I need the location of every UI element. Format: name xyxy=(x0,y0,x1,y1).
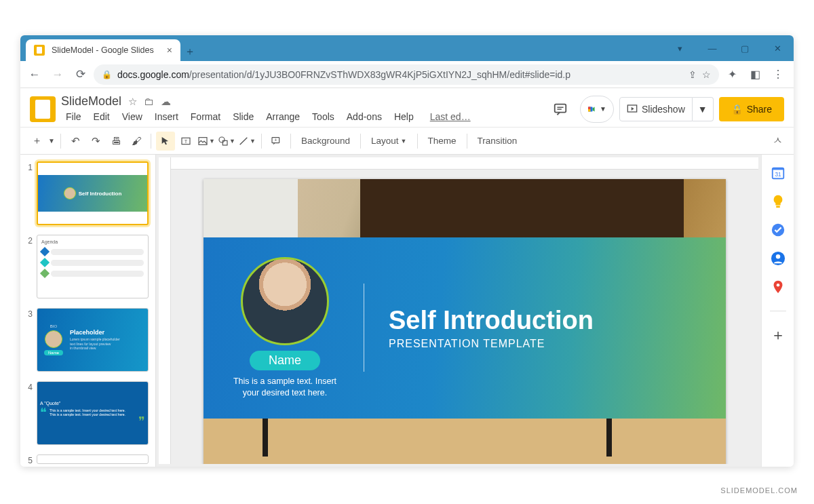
workspace: 1 Self Introduction 2 Agenda 3 BIONamePl… xyxy=(20,155,794,467)
reload-button[interactable]: ⟳ xyxy=(71,64,91,85)
slides-logo-icon[interactable] xyxy=(30,96,56,122)
slide-title[interactable]: Self Introduction xyxy=(389,306,594,335)
close-window-icon[interactable]: ✕ xyxy=(761,35,794,61)
slideshow-button[interactable]: Slideshow xyxy=(619,97,693,121)
background-button[interactable]: Background xyxy=(296,136,355,146)
cursor-icon xyxy=(160,136,171,147)
theme-button[interactable]: Theme xyxy=(423,136,462,146)
shape-tool[interactable]: ▼ xyxy=(217,132,236,151)
last-edit-link[interactable]: Last ed… xyxy=(425,110,476,123)
select-tool[interactable] xyxy=(156,132,175,151)
transition-button[interactable]: Transition xyxy=(472,136,523,146)
maximize-window-icon[interactable]: ▢ xyxy=(729,35,761,61)
doc-title[interactable]: SlideModel xyxy=(61,94,121,109)
print-button[interactable]: 🖶 xyxy=(106,132,125,151)
undo-button[interactable]: ↶ xyxy=(66,132,85,151)
new-tab-button[interactable]: ＋ xyxy=(180,42,199,61)
thumbnail-5[interactable]: 5 xyxy=(24,454,149,465)
ruler-horizontal xyxy=(171,157,758,170)
image-tool[interactable]: ▼ xyxy=(197,132,216,151)
calendar-icon[interactable]: 31 xyxy=(771,166,786,180)
watermark: SLIDEMODEL.COM xyxy=(720,486,798,495)
new-slide-dropdown[interactable]: ▼ xyxy=(47,132,56,151)
close-tab-icon[interactable]: × xyxy=(167,45,172,56)
slideshow-dropdown[interactable]: ▼ xyxy=(693,97,714,121)
tab-title: SlideModel - Google Slides xyxy=(52,45,154,55)
menu-edit[interactable]: Edit xyxy=(89,110,115,123)
menu-slide[interactable]: Slide xyxy=(228,110,258,123)
menu-bar: File Edit View Insert Format Slide Arran… xyxy=(61,110,476,123)
avatar-image[interactable] xyxy=(241,257,329,345)
layout-button[interactable]: Layout▼ xyxy=(366,136,412,146)
minimize-window-icon[interactable]: — xyxy=(696,35,729,61)
menu-insert[interactable]: Insert xyxy=(150,110,183,123)
slide-subtitle[interactable]: PRESENTATION TEMPLATE xyxy=(389,338,594,350)
svg-rect-4 xyxy=(588,106,591,109)
contacts-icon[interactable] xyxy=(771,251,786,266)
add-addon-icon[interactable]: ＋ xyxy=(771,328,786,343)
svg-point-10 xyxy=(219,137,225,142)
shape-icon xyxy=(218,136,229,147)
meet-button[interactable]: ▼ xyxy=(580,96,614,123)
side-panel: 31 ＋ xyxy=(761,155,794,467)
hide-menus-button[interactable]: ㅅ xyxy=(768,132,787,151)
keep-icon[interactable] xyxy=(771,194,786,209)
menu-addons[interactable]: Add-ons xyxy=(342,110,387,123)
thumbnail-1[interactable]: 1 Self Introduction xyxy=(24,161,149,225)
comments-button[interactable] xyxy=(546,97,575,121)
divider-line xyxy=(364,284,364,372)
move-icon[interactable]: 🗀 xyxy=(144,96,154,107)
textbox-icon: T xyxy=(180,136,191,147)
name-pill[interactable]: Name xyxy=(250,351,320,370)
extensions-icon[interactable]: ✦ xyxy=(722,64,742,85)
star-icon[interactable]: ☆ xyxy=(128,96,137,108)
svg-point-22 xyxy=(776,284,779,287)
canvas-wrap: Name This is a sample text. Insert your … xyxy=(156,155,761,467)
maps-icon[interactable] xyxy=(771,279,786,294)
svg-rect-5 xyxy=(588,109,591,112)
thumbnail-panel: 1 Self Introduction 2 Agenda 3 BIONamePl… xyxy=(20,155,156,467)
redo-button[interactable]: ↷ xyxy=(86,132,105,151)
svg-rect-9 xyxy=(199,137,207,144)
svg-rect-11 xyxy=(222,140,227,145)
chrome-menu-icon[interactable]: ⋮ xyxy=(768,64,788,85)
tasks-icon[interactable] xyxy=(771,222,786,237)
share-button[interactable]: 🔒 Share xyxy=(719,97,784,121)
menu-tools[interactable]: Tools xyxy=(307,110,339,123)
url-text: docs.google.com/presentation/d/1yJU3BO0F… xyxy=(117,69,683,80)
svg-point-21 xyxy=(775,254,779,258)
new-slide-button[interactable]: ＋ xyxy=(27,132,46,151)
thumbnail-2[interactable]: 2 Agenda xyxy=(24,235,149,298)
canvas-area[interactable]: Name This is a sample text. Insert your … xyxy=(171,170,758,464)
lock-share-icon: 🔒 xyxy=(731,104,743,115)
app-header: SlideModel ☆ 🗀 ☁ File Edit View Insert F… xyxy=(20,88,794,128)
cloud-status-icon[interactable]: ☁ xyxy=(161,96,171,108)
svg-rect-18 xyxy=(776,206,780,208)
bookmark-icon[interactable]: ☆ xyxy=(702,69,711,80)
line-tool[interactable]: ▼ xyxy=(237,132,256,151)
line-icon xyxy=(238,136,249,147)
minimize-icon[interactable]: ▾ xyxy=(663,35,696,61)
window-controls: ▾ — ▢ ✕ xyxy=(663,35,794,61)
browser-tab[interactable]: SlideModel - Google Slides × xyxy=(26,39,180,61)
thumbnail-3[interactable]: 3 BIONamePlaceholderLorem ipsum sample p… xyxy=(24,308,149,372)
share-url-icon[interactable]: ⇪ xyxy=(689,69,697,80)
sample-text[interactable]: This is a sample text. Insert your desir… xyxy=(231,376,339,399)
slide-canvas[interactable]: Name This is a sample text. Insert your … xyxy=(204,179,726,464)
svg-text:31: 31 xyxy=(775,172,781,178)
back-button[interactable]: ← xyxy=(24,64,45,85)
paint-format-button[interactable]: 🖌 xyxy=(127,132,146,151)
menu-arrange[interactable]: Arrange xyxy=(261,110,305,123)
sidepanel-icon[interactable]: ◧ xyxy=(745,64,765,85)
comment-tool[interactable]: + xyxy=(267,132,286,151)
menu-view[interactable]: View xyxy=(117,110,147,123)
comment-icon xyxy=(553,102,568,117)
textbox-tool[interactable]: T xyxy=(176,132,195,151)
svg-text:T: T xyxy=(185,138,188,144)
menu-format[interactable]: Format xyxy=(186,110,225,123)
menu-file[interactable]: File xyxy=(61,110,86,123)
thumbnail-4[interactable]: 4 A "Quote"❝This is a sample text. Inser… xyxy=(24,381,149,445)
address-bar[interactable]: 🔒 docs.google.com/presentation/d/1yJU3BO… xyxy=(94,64,719,85)
menu-help[interactable]: Help xyxy=(389,110,419,123)
forward-button[interactable]: → xyxy=(47,64,68,85)
